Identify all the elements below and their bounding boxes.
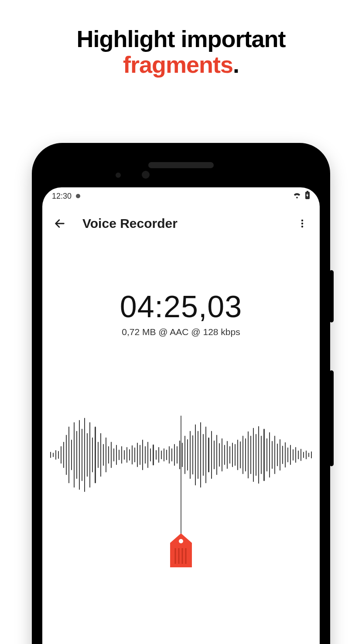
svg-rect-1 bbox=[307, 191, 308, 192]
battery-charging-icon bbox=[305, 191, 310, 202]
playhead[interactable] bbox=[181, 416, 181, 546]
arrow-left-icon bbox=[54, 217, 66, 230]
fragment-tag-marker[interactable] bbox=[166, 533, 196, 574]
page-title: Voice Recorder bbox=[82, 216, 178, 231]
svg-point-4 bbox=[301, 226, 303, 227]
headline-line1: Highlight important bbox=[77, 26, 286, 52]
overflow-menu-button[interactable] bbox=[292, 213, 313, 234]
more-vertical-icon bbox=[297, 218, 307, 229]
svg-point-2 bbox=[301, 220, 303, 221]
status-notification-dot-icon bbox=[76, 194, 80, 198]
promo-headline: Highlight important fragments. bbox=[0, 26, 362, 78]
app-bar: Voice Recorder bbox=[42, 205, 320, 242]
svg-point-3 bbox=[301, 223, 303, 224]
device-speaker bbox=[148, 162, 214, 168]
headline-accent: fragments bbox=[123, 51, 233, 78]
device-camera bbox=[142, 171, 150, 179]
screen: 12:30 Voice Recorder bbox=[42, 187, 320, 644]
waveform-area[interactable] bbox=[42, 416, 320, 529]
tag-icon bbox=[166, 533, 196, 573]
device-power-button bbox=[329, 270, 334, 322]
headline-punct: . bbox=[233, 51, 239, 78]
device-volume-button bbox=[329, 370, 334, 466]
device-frame: 12:30 Voice Recorder bbox=[33, 144, 329, 644]
svg-point-5 bbox=[179, 539, 183, 543]
timer-block: 04:25,03 0,72 MB @ AAC @ 128 kbps bbox=[42, 289, 320, 337]
recording-meta: 0,72 MB @ AAC @ 128 kbps bbox=[42, 327, 320, 337]
elapsed-time: 04:25,03 bbox=[42, 289, 320, 324]
back-button[interactable] bbox=[49, 213, 70, 234]
status-time: 12:30 bbox=[52, 192, 72, 201]
device-sensor bbox=[116, 173, 121, 178]
status-bar: 12:30 bbox=[42, 187, 320, 205]
wifi-icon bbox=[293, 192, 301, 201]
